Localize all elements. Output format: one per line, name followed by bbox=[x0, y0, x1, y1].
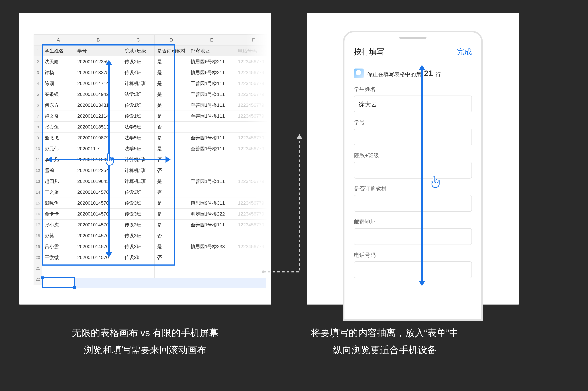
row-number[interactable]: 15 bbox=[34, 198, 42, 209]
empty-cell[interactable] bbox=[235, 263, 272, 274]
data-cell[interactable] bbox=[188, 252, 235, 263]
data-cell[interactable]: 慎思园1号楼233 bbox=[188, 241, 235, 252]
data-cell[interactable]: 法学5班 bbox=[122, 143, 155, 154]
data-cell[interactable]: 1223456779 bbox=[235, 132, 272, 143]
data-cell[interactable]: 彭元伟 bbox=[42, 143, 75, 154]
data-cell[interactable]: 张小虎 bbox=[42, 219, 75, 230]
header-cell[interactable]: 学生姓名 bbox=[42, 45, 75, 56]
data-cell[interactable]: 是 bbox=[155, 176, 188, 187]
done-button[interactable]: 完成 bbox=[457, 47, 472, 57]
data-cell[interactable]: 202001014570 bbox=[75, 241, 122, 252]
data-cell[interactable]: 1223456779 bbox=[235, 111, 272, 122]
data-cell[interactable] bbox=[235, 165, 272, 176]
column-letter[interactable]: B bbox=[75, 35, 122, 45]
row-number[interactable]: 10 bbox=[34, 143, 42, 154]
data-cell[interactable] bbox=[188, 230, 235, 241]
data-cell[interactable]: 至善园1号楼111 bbox=[188, 176, 235, 187]
data-cell[interactable]: 1223456779 bbox=[235, 89, 272, 100]
row-number[interactable]: 13 bbox=[34, 176, 42, 187]
data-cell[interactable]: 是 bbox=[155, 111, 188, 122]
row-number[interactable]: 20 bbox=[34, 252, 42, 263]
column-letter[interactable]: E bbox=[188, 35, 235, 45]
data-cell[interactable]: 202001018513 bbox=[75, 122, 122, 132]
data-cell[interactable]: 是 bbox=[155, 209, 188, 219]
data-cell[interactable]: 法学5班 bbox=[122, 89, 155, 100]
data-cell[interactable]: 否 bbox=[155, 122, 188, 132]
data-cell[interactable]: 1223456779 bbox=[235, 100, 272, 111]
data-cell[interactable]: 慎思园6号楼211 bbox=[188, 56, 235, 67]
row-number[interactable]: 18 bbox=[34, 230, 42, 241]
data-cell[interactable]: 许杨 bbox=[42, 67, 75, 78]
data-cell[interactable]: 202001014570 bbox=[75, 230, 122, 241]
data-cell[interactable] bbox=[235, 252, 272, 263]
data-cell[interactable]: 是 bbox=[155, 241, 188, 252]
data-cell[interactable]: 至善园1号楼111 bbox=[188, 89, 235, 100]
data-cell[interactable]: 戴咏鱼 bbox=[42, 198, 75, 209]
column-letter[interactable]: C bbox=[122, 35, 155, 45]
data-cell[interactable]: 金卡卡 bbox=[42, 209, 75, 219]
data-cell[interactable]: 至善园1号楼111 bbox=[188, 132, 235, 143]
data-cell[interactable]: 202001012359 bbox=[75, 56, 122, 67]
data-cell[interactable] bbox=[188, 154, 235, 165]
data-cell[interactable]: 至善园1号楼111 bbox=[188, 111, 235, 122]
data-cell[interactable]: 202001014570 bbox=[75, 219, 122, 230]
data-cell[interactable]: 否 bbox=[155, 165, 188, 176]
data-cell[interactable]: 传设3班 bbox=[122, 219, 155, 230]
data-cell[interactable]: 1223456779 bbox=[235, 209, 272, 219]
data-cell[interactable]: 202001012114 bbox=[75, 111, 122, 122]
data-cell[interactable]: 传设1班 bbox=[122, 111, 155, 122]
data-cell[interactable]: 1223456779 bbox=[235, 241, 272, 252]
field-input[interactable] bbox=[354, 261, 472, 278]
row-number[interactable]: 3 bbox=[34, 67, 42, 78]
data-cell[interactable]: 传设3班 bbox=[122, 209, 155, 219]
data-cell[interactable]: 否 bbox=[155, 154, 188, 165]
data-cell[interactable]: 202001019645 bbox=[75, 176, 122, 187]
row-number[interactable]: 16 bbox=[34, 209, 42, 219]
row-number[interactable]: 9 bbox=[34, 132, 42, 143]
data-cell[interactable]: 202001019879 bbox=[75, 132, 122, 143]
data-cell[interactable]: 202001014570 bbox=[75, 187, 122, 198]
data-cell[interactable]: 彭笑 bbox=[42, 230, 75, 241]
row-number[interactable]: 22 bbox=[34, 274, 42, 285]
data-cell[interactable]: 202001013375 bbox=[75, 67, 122, 78]
row-number[interactable]: 6 bbox=[34, 100, 42, 111]
field-input[interactable] bbox=[354, 195, 472, 212]
data-cell[interactable]: 1223456779 bbox=[235, 56, 272, 67]
data-cell[interactable]: 法学5班 bbox=[122, 132, 155, 143]
data-cell[interactable]: 202001014570 bbox=[75, 209, 122, 219]
data-cell[interactable]: 王微微 bbox=[42, 252, 75, 263]
header-cell[interactable]: 邮寄地址 bbox=[188, 45, 235, 56]
data-cell[interactable]: 李二凡 bbox=[42, 154, 75, 165]
data-cell[interactable]: 何东方 bbox=[42, 100, 75, 111]
data-cell[interactable]: 1223456779 bbox=[235, 67, 272, 78]
data-cell[interactable]: 传设2班 bbox=[122, 56, 155, 67]
row-number[interactable]: 1 bbox=[34, 45, 42, 56]
header-cell[interactable]: 院系+班级 bbox=[122, 45, 155, 56]
data-cell[interactable] bbox=[188, 122, 235, 132]
data-cell[interactable]: 202001012254 bbox=[75, 165, 122, 176]
data-cell[interactable]: 是 bbox=[155, 67, 188, 78]
field-input[interactable] bbox=[354, 162, 472, 179]
data-cell[interactable]: 沈天雨 bbox=[42, 56, 75, 67]
data-cell[interactable]: 传设3班 bbox=[122, 241, 155, 252]
data-cell[interactable] bbox=[235, 187, 272, 198]
data-cell[interactable]: 是 bbox=[155, 132, 188, 143]
data-cell[interactable]: 赵文奇 bbox=[42, 111, 75, 122]
data-cell[interactable]: 计算机1班 bbox=[122, 78, 155, 89]
row-number[interactable]: 2 bbox=[34, 56, 42, 67]
column-letter[interactable]: D bbox=[155, 35, 188, 45]
data-cell[interactable]: 是 bbox=[155, 56, 188, 67]
data-cell[interactable]: 熊飞飞 bbox=[42, 132, 75, 143]
data-cell[interactable]: 慎思园9号楼311 bbox=[188, 198, 235, 209]
header-cell[interactable]: 是否订购教材 bbox=[155, 45, 188, 56]
data-cell[interactable]: 否 bbox=[155, 230, 188, 241]
data-cell[interactable]: 吕小雯 bbox=[42, 241, 75, 252]
data-cell[interactable]: 1223456779 bbox=[235, 176, 272, 187]
data-cell[interactable]: 雪莉 bbox=[42, 165, 75, 176]
data-cell[interactable]: 陈颂 bbox=[42, 78, 75, 89]
data-cell[interactable] bbox=[188, 165, 235, 176]
data-cell[interactable]: 明辨园1号楼222 bbox=[188, 209, 235, 219]
row-number[interactable]: 11 bbox=[34, 154, 42, 165]
data-cell[interactable]: 是 bbox=[155, 89, 188, 100]
data-cell[interactable]: 202001013481 bbox=[75, 100, 122, 111]
